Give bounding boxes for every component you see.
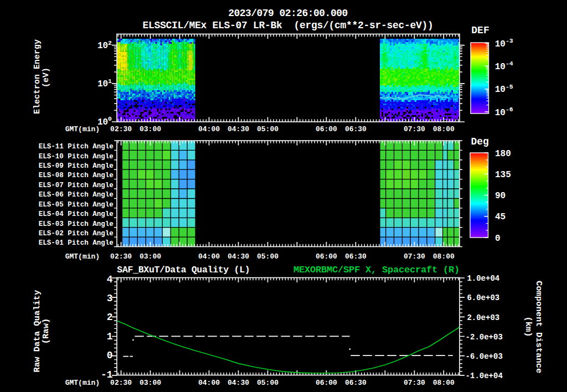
svg-text:Deg: Deg <box>471 136 489 147</box>
svg-text:180: 180 <box>495 149 511 159</box>
svg-text:07:30: 07:30 <box>404 379 425 387</box>
svg-text:6.0e+03: 6.0e+03 <box>467 293 499 302</box>
svg-text:ELS-06 Pitch Angle: ELS-06 Pitch Angle <box>39 191 114 199</box>
svg-text:1.0e+04: 1.0e+04 <box>467 274 499 283</box>
svg-text:2023/079 02:26:00.000: 2023/079 02:26:00.000 <box>228 8 347 19</box>
svg-text:04:00: 04:00 <box>198 252 220 261</box>
svg-text:45: 45 <box>495 212 506 222</box>
svg-text:(km): (km) <box>523 316 533 337</box>
svg-text:GMT(min): GMT(min) <box>65 379 100 387</box>
svg-text:4: 4 <box>107 274 113 285</box>
svg-text:-2.0e+03: -2.0e+03 <box>466 333 503 342</box>
svg-text:ELS-11 Pitch Angle: ELS-11 Pitch Angle <box>39 143 114 151</box>
svg-text:ELS-05 Pitch Angle: ELS-05 Pitch Angle <box>39 201 114 209</box>
svg-text:05:00: 05:00 <box>257 252 279 261</box>
svg-text:06:30: 06:30 <box>345 252 367 261</box>
svg-text:06:30: 06:30 <box>345 379 367 387</box>
svg-text:08:00: 08:00 <box>433 252 455 261</box>
svg-text:02:30: 02:30 <box>110 125 132 133</box>
svg-text:02:30: 02:30 <box>110 379 132 387</box>
svg-text:04:00: 04:00 <box>198 379 220 387</box>
svg-text:0: 0 <box>107 350 113 361</box>
svg-text:04:30: 04:30 <box>228 125 249 133</box>
svg-text:-6.0e+03: -6.0e+03 <box>466 352 503 361</box>
svg-text:0: 0 <box>495 234 501 244</box>
svg-text:(Raw): (Raw) <box>41 318 51 344</box>
svg-text:06:00: 06:00 <box>316 125 337 133</box>
svg-text:ELSSCIL/MEx ELS-07 LR-Bk (erg: ELSSCIL/MEx ELS-07 LR-Bk (ergs/(cm**2-sr… <box>142 20 433 31</box>
svg-text:Component Distance: Component Distance <box>534 281 544 373</box>
svg-text:Electron Energy: Electron Energy <box>33 39 42 114</box>
svg-text:02:30: 02:30 <box>110 252 132 261</box>
svg-text:3: 3 <box>107 293 113 304</box>
svg-text:90: 90 <box>495 191 506 201</box>
svg-text:-1: -1 <box>101 369 113 380</box>
svg-text:-1.0e+04: -1.0e+04 <box>466 372 503 380</box>
svg-text:06:30: 06:30 <box>345 125 367 133</box>
svg-text:05:00: 05:00 <box>257 125 279 133</box>
svg-text:SAF_BXuT/Data Quality (L): SAF_BXuT/Data Quality (L) <box>117 265 250 275</box>
svg-text:03:00: 03:00 <box>140 379 161 387</box>
svg-text:(eV): (eV) <box>42 68 51 87</box>
svg-text:2: 2 <box>107 312 113 323</box>
svg-text:ELS-10 Pitch Angle: ELS-10 Pitch Angle <box>39 153 114 161</box>
svg-text:08:00: 08:00 <box>433 379 455 387</box>
svg-text:06:00: 06:00 <box>316 252 337 261</box>
svg-text:03:00: 03:00 <box>140 125 161 133</box>
svg-text:07:30: 07:30 <box>404 252 425 261</box>
svg-text:2.0e+03: 2.0e+03 <box>467 313 499 322</box>
svg-text:1: 1 <box>107 331 113 342</box>
svg-text:04:30: 04:30 <box>228 252 249 261</box>
svg-text:04:00: 04:00 <box>198 125 220 133</box>
svg-text:ELS-01 Pitch Angle: ELS-01 Pitch Angle <box>39 239 114 247</box>
svg-text:06:00: 06:00 <box>316 379 337 387</box>
svg-text:ELS-08 Pitch Angle: ELS-08 Pitch Angle <box>39 172 114 179</box>
svg-text:07:30: 07:30 <box>404 125 425 133</box>
svg-text:GMT(min): GMT(min) <box>65 125 100 133</box>
svg-text:ELS-09 Pitch Angle: ELS-09 Pitch Angle <box>39 162 114 170</box>
svg-text:MEXORBMC/SPF X, Spacecraft (R): MEXORBMC/SPF X, Spacecraft (R) <box>293 265 460 275</box>
svg-text:ELS-04 Pitch Angle: ELS-04 Pitch Angle <box>39 210 114 218</box>
svg-text:03:00: 03:00 <box>140 252 161 261</box>
svg-text:DEF: DEF <box>471 25 489 36</box>
svg-text:ELS-07 Pitch Angle: ELS-07 Pitch Angle <box>39 182 114 189</box>
svg-text:04:30: 04:30 <box>228 379 249 387</box>
svg-text:GMT(min): GMT(min) <box>65 252 100 261</box>
svg-text:08:00: 08:00 <box>433 125 455 133</box>
svg-text:135: 135 <box>495 170 511 180</box>
svg-text:ELS-02 Pitch Angle: ELS-02 Pitch Angle <box>39 230 114 238</box>
svg-text:ELS-03 Pitch Angle: ELS-03 Pitch Angle <box>39 220 114 228</box>
svg-text:05:00: 05:00 <box>257 379 279 387</box>
